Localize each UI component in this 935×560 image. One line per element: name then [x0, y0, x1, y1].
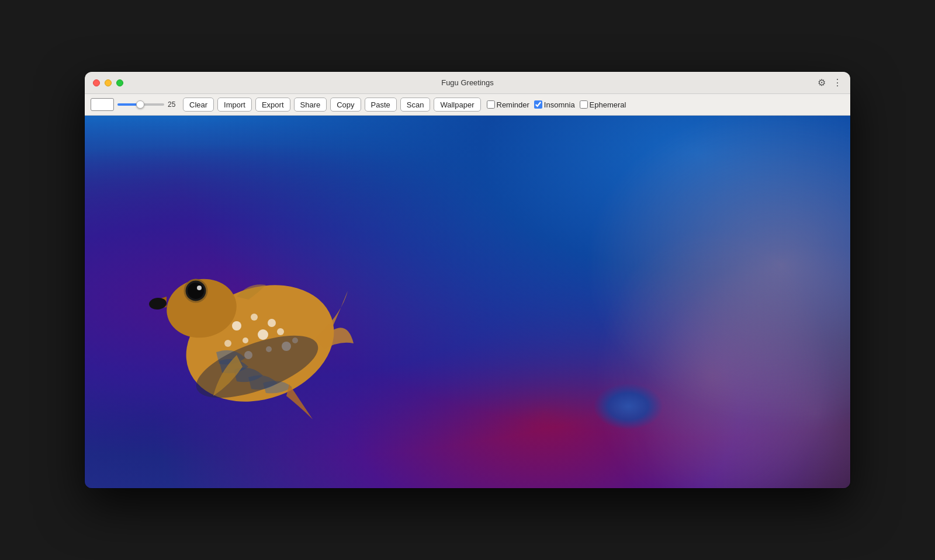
svg-point-17 — [197, 286, 202, 290]
slider-container: 25 — [117, 100, 179, 109]
ephemeral-checkbox-label[interactable]: Ephemeral — [580, 100, 626, 109]
checkbox-group: Reminder Insomnia Ephemeral — [487, 100, 626, 109]
paste-button[interactable]: Paste — [365, 98, 397, 112]
svg-point-7 — [224, 340, 231, 347]
svg-point-4 — [243, 338, 248, 343]
svg-point-16 — [188, 283, 204, 299]
maximize-button[interactable] — [116, 79, 123, 86]
svg-point-1 — [232, 321, 241, 331]
share-button[interactable]: Share — [294, 98, 327, 112]
color-swatch[interactable] — [91, 98, 114, 111]
wallpaper-button[interactable]: Wallpaper — [434, 98, 480, 112]
underwater-background — [85, 116, 850, 488]
app-window: Fugu Greetings ⚙ ⋮ 25 Clear Import Expor… — [85, 72, 850, 488]
brush-size-slider[interactable] — [117, 103, 164, 106]
svg-point-2 — [251, 314, 258, 321]
insomnia-checkbox-label[interactable]: Insomnia — [534, 100, 575, 109]
slider-value: 25 — [168, 100, 179, 109]
fish-illustration — [120, 174, 412, 478]
blue-spot — [593, 383, 663, 430]
canvas-area[interactable] — [85, 116, 850, 488]
ephemeral-checkbox[interactable] — [580, 100, 588, 109]
toolbar: 25 Clear Import Export Share Copy Paste … — [85, 94, 850, 116]
reminder-checkbox[interactable] — [487, 100, 495, 109]
svg-point-3 — [268, 319, 276, 327]
traffic-lights — [93, 79, 123, 86]
coral-right — [506, 116, 851, 488]
ephemeral-label: Ephemeral — [590, 100, 626, 109]
clear-button[interactable]: Clear — [183, 98, 214, 112]
extension-icon[interactable]: ⚙ — [818, 77, 826, 88]
export-button[interactable]: Export — [255, 98, 290, 112]
insomnia-checkbox[interactable] — [534, 100, 542, 109]
copy-button[interactable]: Copy — [330, 98, 361, 112]
svg-point-6 — [277, 328, 284, 335]
titlebar: Fugu Greetings ⚙ ⋮ — [85, 72, 850, 94]
insomnia-label: Insomnia — [544, 100, 575, 109]
menu-icon[interactable]: ⋮ — [833, 77, 842, 88]
scan-button[interactable]: Scan — [400, 98, 431, 112]
svg-point-5 — [258, 329, 268, 340]
titlebar-actions: ⚙ ⋮ — [818, 77, 842, 88]
reminder-checkbox-label[interactable]: Reminder — [487, 100, 529, 109]
close-button[interactable] — [93, 79, 100, 86]
reminder-label: Reminder — [497, 100, 529, 109]
window-title: Fugu Greetings — [441, 78, 494, 87]
import-button[interactable]: Import — [217, 98, 252, 112]
minimize-button[interactable] — [105, 79, 112, 86]
